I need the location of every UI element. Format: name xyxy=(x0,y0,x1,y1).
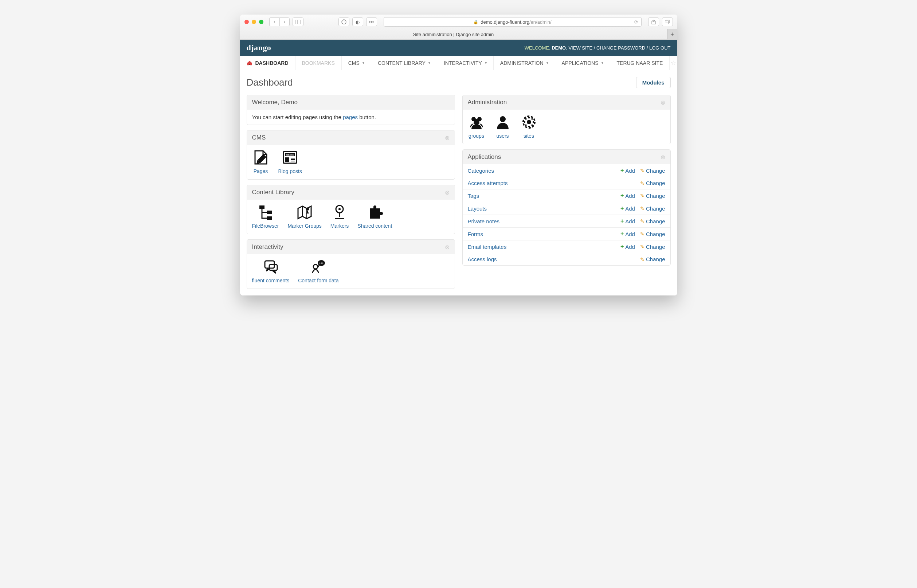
nav-item-interactivity[interactable]: INTERACTIVITY▾ xyxy=(437,56,494,70)
group-icon xyxy=(468,113,485,131)
lock-icon: 🔒 xyxy=(473,20,478,24)
add-categories-link[interactable]: Add xyxy=(620,167,635,174)
library-item-shared-content[interactable]: Shared content xyxy=(357,203,392,229)
share-button[interactable] xyxy=(648,18,659,26)
change-categories-link[interactable]: Change xyxy=(640,167,665,174)
app-row-layouts: LayoutsAddChange xyxy=(463,202,670,215)
app-name-access-logs[interactable]: Access logs xyxy=(468,256,497,262)
library-item-marker-groups[interactable]: Marker Groups xyxy=(287,203,321,229)
back-button[interactable]: ‹ xyxy=(269,18,279,26)
nav-item-content-library[interactable]: CONTENT LIBRARY▾ xyxy=(371,56,437,70)
app-name-forms[interactable]: Forms xyxy=(468,231,483,237)
change-access-logs-link[interactable]: Change xyxy=(640,256,665,262)
nav-item-label: BOOKMARKS xyxy=(302,60,335,66)
logout-link[interactable]: LOG OUT xyxy=(649,45,671,51)
new-tab-button[interactable]: + xyxy=(667,29,677,39)
app-name-access-attempts[interactable]: Access attempts xyxy=(468,180,508,186)
zoom-window-button[interactable] xyxy=(259,20,263,24)
chevron-down-icon: ▾ xyxy=(485,61,487,65)
shield-icon xyxy=(341,19,347,24)
welcome-panel: Welcome, Demo You can start editing page… xyxy=(247,95,455,125)
admin-navbar: DASHBOARDBOOKMARKSCMS▾CONTENT LIBRARY▾IN… xyxy=(240,56,677,70)
welcome-panel-body: You can start editing pages using the pa… xyxy=(247,110,455,124)
tabs-button[interactable] xyxy=(662,18,673,26)
change-layouts-link[interactable]: Change xyxy=(640,205,665,212)
extension-button[interactable]: ◐ xyxy=(352,18,363,26)
app-name-layouts[interactable]: Layouts xyxy=(468,205,487,212)
more-button[interactable]: ••• xyxy=(366,18,377,26)
change-access-attempts-link[interactable]: Change xyxy=(640,180,665,186)
applications-panel-close[interactable]: ⊗ xyxy=(660,154,665,161)
app-name-email-templates[interactable]: Email templates xyxy=(468,244,507,250)
cms-panel-close[interactable]: ⊗ xyxy=(445,134,450,141)
add-private-notes-link[interactable]: Add xyxy=(620,218,635,225)
forward-button[interactable]: › xyxy=(279,18,290,26)
administration-panel-title: Administration xyxy=(468,99,507,106)
modules-button[interactable]: Modules xyxy=(636,77,671,88)
app-name-tags[interactable]: Tags xyxy=(468,193,479,199)
app-row-private-notes: Private notesAddChange xyxy=(463,215,670,227)
minimize-window-button[interactable] xyxy=(252,20,256,24)
nav-item-label: ADMINISTRATION xyxy=(500,60,544,66)
app-name-private-notes[interactable]: Private notes xyxy=(468,218,500,225)
app-name-categories[interactable]: Categories xyxy=(468,168,494,174)
welcome-panel-title: Welcome, Demo xyxy=(252,99,298,106)
interactivity-panel-title: Interactivity xyxy=(252,243,283,250)
admin-item-sites[interactable]: sites xyxy=(520,113,538,139)
svg-rect-32 xyxy=(666,20,670,23)
privacy-report-button[interactable] xyxy=(339,18,349,26)
nav-item-dashboard[interactable]: DASHBOARD xyxy=(240,56,295,70)
sidebar-toggle-button[interactable] xyxy=(292,18,304,26)
interactivity-item-contact-form-data[interactable]: Contact form data xyxy=(298,258,339,283)
welcome-text: WELCOME, xyxy=(525,45,551,51)
view-site-link[interactable]: VIEW SITE xyxy=(568,45,592,51)
change-private-notes-link[interactable]: Change xyxy=(640,218,665,225)
add-forms-link[interactable]: Add xyxy=(620,231,635,237)
nav-item-applications[interactable]: APPLICATIONS▾ xyxy=(555,56,610,70)
add-tags-link[interactable]: Add xyxy=(620,192,635,199)
admin-item-groups[interactable]: groups xyxy=(468,113,485,139)
admin-item-users[interactable]: users xyxy=(494,113,512,139)
nav-item-label: APPLICATIONS xyxy=(562,60,599,66)
applications-panel: Applications ⊗ CategoriesAddChangeAccess… xyxy=(462,149,671,266)
nav-item-administration[interactable]: ADMINISTRATION▾ xyxy=(494,56,555,70)
interactivity-item-fluent-comments[interactable]: fluent comments xyxy=(252,258,290,283)
close-window-button[interactable] xyxy=(244,20,249,24)
nav-item-cms[interactable]: CMS▾ xyxy=(342,56,371,70)
content-library-panel: Content Library ⊗ FileBrowserMarker Grou… xyxy=(247,185,455,234)
tab-title[interactable]: Site administration | Django site admin xyxy=(240,32,667,37)
interactivity-panel-close[interactable]: ⊗ xyxy=(445,244,450,250)
change-email-templates-link[interactable]: Change xyxy=(640,243,665,250)
address-bar[interactable]: 🔒 demo.django-fluent.org/en/admin/ ⟳ xyxy=(384,17,642,27)
pages-link[interactable]: pages xyxy=(343,114,358,120)
nav-item-terug-naar-site[interactable]: TERUG NAAR SITE xyxy=(610,56,670,70)
chevron-down-icon: ▾ xyxy=(428,61,430,65)
cms-item-pages[interactable]: Pages xyxy=(252,149,270,174)
reload-button[interactable]: ⟳ xyxy=(634,19,638,25)
library-item-markers[interactable]: Markers xyxy=(331,203,349,229)
add-email-templates-link[interactable]: Add xyxy=(620,243,635,250)
user-links: WELCOME, DEMO. VIEW SITE CHANGE PASSWORD… xyxy=(525,45,671,51)
icon-item-label: users xyxy=(496,133,509,139)
nav-item-label: CONTENT LIBRARY xyxy=(378,60,426,66)
administration-panel-close[interactable]: ⊗ xyxy=(660,99,665,106)
icon-item-label: Blog posts xyxy=(278,168,302,174)
app-row-access-attempts: Access attemptsChange xyxy=(463,177,670,189)
svg-point-29 xyxy=(342,20,346,24)
content-library-panel-close[interactable]: ⊗ xyxy=(445,189,450,196)
bookmark-star-button[interactable]: ☆ xyxy=(670,56,677,70)
change-tags-link[interactable]: Change xyxy=(640,192,665,199)
nav-item-label: TERUG NAAR SITE xyxy=(617,60,663,66)
nav-item-bookmarks[interactable]: BOOKMARKS xyxy=(295,56,342,70)
add-layouts-link[interactable]: Add xyxy=(620,205,635,212)
username: DEMO xyxy=(552,45,566,51)
app-row-access-logs: Access logsChange xyxy=(463,253,670,265)
library-item-filebrowser[interactable]: FileBrowser xyxy=(252,203,279,229)
nav-item-label: INTERACTIVITY xyxy=(444,60,482,66)
comments-icon xyxy=(262,258,279,275)
home-icon xyxy=(247,60,252,66)
change-forms-link[interactable]: Change xyxy=(640,231,665,237)
change-password-link[interactable]: CHANGE PASSWORD xyxy=(596,45,645,51)
cms-item-blog-posts[interactable]: Blog posts xyxy=(278,149,302,174)
icon-item-label: Marker Groups xyxy=(287,223,321,229)
